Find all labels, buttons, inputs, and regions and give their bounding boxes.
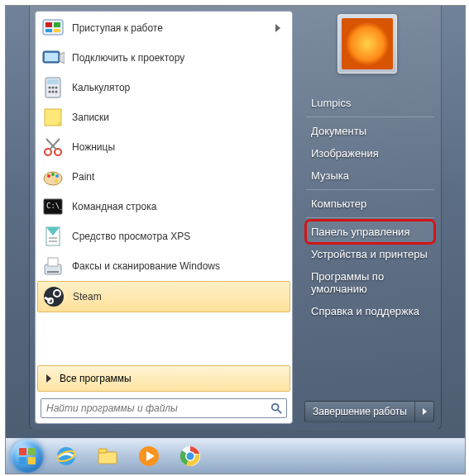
svg-marker-43 [423,408,427,415]
right-link-3[interactable]: Музыка [306,164,434,187]
fax-icon [41,254,65,278]
windows-logo-icon [19,448,36,464]
shutdown-label: Завершение работы [313,406,407,417]
taskbar-explorer-button[interactable] [89,442,127,470]
svg-point-52 [187,453,194,460]
search-wrap [41,398,287,418]
svg-point-11 [49,87,51,89]
program-label: Факсы и сканирование Windows [72,260,287,272]
right-link-4[interactable]: Компьютер [306,193,434,215]
right-link-5[interactable]: Панель управления [306,221,434,243]
right-separator [306,189,434,190]
taskbar-ie-button[interactable] [47,442,85,470]
calculator-icon [41,75,65,100]
program-item-sticky-notes[interactable]: Записки [37,102,290,132]
program-label: Калькулятор [72,82,287,93]
right-separator [306,117,434,117]
svg-point-16 [55,91,58,93]
triangle-right-icon [421,408,428,415]
svg-rect-10 [47,79,59,84]
program-item-getting-started[interactable]: Приступая к работе [37,13,290,43]
program-item-xps[interactable]: Средство просмотра XPS [37,221,290,251]
flower-icon [342,18,393,69]
search-icon[interactable] [269,401,284,416]
all-programs-button[interactable]: Все программы [37,365,290,392]
svg-text:C:\_: C:\_ [46,202,65,210]
taskbar-chrome-button[interactable] [171,442,209,470]
start-button[interactable] [11,440,44,473]
svg-marker-8 [60,52,65,64]
shutdown-split-button: Завершение работы [304,401,434,422]
svg-rect-47 [98,449,107,453]
program-label: Записки [72,112,287,123]
svg-point-15 [52,91,55,93]
all-programs-label: Все программы [60,373,132,384]
program-list: Приступая к работеПодключить к проектору… [36,12,292,364]
program-label: Средство просмотра XPS [72,231,287,242]
svg-point-14 [49,91,51,93]
chrome-icon [178,444,203,469]
svg-rect-35 [48,258,58,266]
svg-point-41 [272,404,279,411]
xps-icon [41,224,65,249]
explorer-icon [95,444,120,469]
taskbar-media-player-button[interactable] [130,442,168,470]
snipping-icon [41,135,65,159]
program-item-calculator[interactable]: Калькулятор [37,73,290,102]
program-item-snipping[interactable]: Ножницы [37,132,290,162]
start-menu-left-panel: Приступая к работеПодключить к проектору… [35,11,293,424]
right-link-2[interactable]: Изображения [306,142,434,164]
program-label: Командная строка [72,201,287,212]
program-item-steam[interactable]: Steam [37,281,290,312]
projector-icon [41,45,65,70]
program-item-projector[interactable]: Подключить к проектору [37,43,290,73]
svg-rect-46 [98,452,117,464]
start-menu-right-panel: LumpicsДокументыИзображенияМузыкаКомпьют… [293,6,441,429]
screenshot-frame: Приступая к работеПодключить к проектору… [5,5,466,474]
svg-rect-1 [45,22,52,27]
shutdown-options-button[interactable] [414,401,434,422]
svg-rect-2 [54,22,60,27]
right-link-0[interactable]: Lumpics [306,92,434,114]
program-label: Подключить к проектору [72,52,287,64]
program-item-cmd[interactable]: C:\_Командная строка [37,192,290,221]
getting-started-icon [41,16,65,40]
right-link-6[interactable]: Устройства и принтеры [306,243,434,265]
submenu-arrow-icon [275,24,287,32]
media-player-icon [136,444,161,469]
triangle-right-icon [46,374,51,383]
sticky-notes-icon [41,105,65,130]
svg-line-42 [278,410,281,413]
program-item-fax[interactable]: Факсы и сканирование Windows [37,251,290,281]
right-link-1[interactable]: Документы [306,120,434,142]
svg-rect-36 [47,271,59,273]
ie-icon [54,444,79,469]
svg-point-24 [47,174,50,178]
program-label: Приступая к работе [72,22,275,34]
right-separator [306,217,434,218]
svg-point-27 [55,179,58,183]
cmd-icon: C:\_ [41,194,65,219]
svg-marker-5 [275,24,280,32]
svg-rect-7 [45,53,58,61]
right-links: LumpicsДокументыИзображенияМузыкаКомпьют… [306,92,434,322]
svg-point-13 [55,87,58,89]
svg-rect-32 [49,237,57,239]
svg-rect-4 [54,29,60,32]
taskbar-pinned [47,442,209,470]
svg-point-37 [44,287,64,307]
paint-icon [41,164,65,189]
taskbar [6,438,465,474]
right-link-8[interactable]: Справка и поддержка [306,300,434,322]
user-avatar[interactable] [337,14,397,74]
svg-rect-33 [49,240,57,242]
shutdown-button[interactable]: Завершение работы [304,401,414,422]
program-label: Steam [73,291,286,302]
start-menu: Приступая к работеПодключить к проектору… [29,6,442,430]
svg-point-12 [52,87,55,89]
steam-icon [41,284,66,309]
svg-point-26 [55,174,59,178]
program-item-paint[interactable]: Paint [37,162,290,192]
right-link-7[interactable]: Программы по умолчанию [306,265,434,300]
search-input[interactable] [41,398,287,418]
